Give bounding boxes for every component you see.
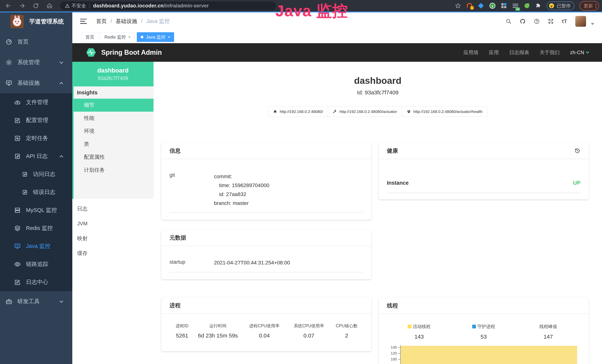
github-icon[interactable] [520, 18, 526, 24]
process-uptime: 6d 23h 15m 59s [195, 332, 241, 339]
browser-home-button[interactable] [46, 3, 53, 9]
layers-icon [14, 225, 21, 232]
active-dot [141, 36, 143, 38]
breadcrumb-infra[interactable]: 基础设施 [116, 18, 137, 25]
update-label: 更新 [584, 3, 593, 9]
sba-item-configprops[interactable]: 配置属性 [74, 150, 153, 163]
metadata-card-title: 元数据 [170, 234, 186, 242]
edit-icon [14, 117, 21, 124]
sidebar-item-file[interactable]: 文件管理 [0, 93, 72, 111]
avatar-caret-icon[interactable] [591, 23, 594, 25]
system-cpu: 0.07 [288, 332, 330, 339]
sidebar-item-infra[interactable]: 基础设施 [0, 73, 72, 93]
address-bar[interactable]: 不安全 dashboard.yudao.iocoder.cn/infra/adm… [60, 1, 276, 10]
sidebar-item-home[interactable]: 首页 [0, 32, 72, 52]
info-card-title: 信息 [170, 147, 181, 155]
metadata-card: 元数据 startup 2021-04-27T00:44:31.254+08:0… [161, 230, 371, 279]
extension-icon-orange[interactable]: 1 [466, 3, 473, 9]
browser-reload-button[interactable] [33, 3, 39, 9]
tab-home[interactable]: 首页 [82, 32, 98, 42]
health-instance-row[interactable]: Instance UP [387, 180, 581, 193]
cpu-cores: 2 [330, 332, 363, 339]
security-label[interactable]: 不安全 [72, 3, 86, 9]
close-icon[interactable]: × [128, 34, 131, 40]
process-pid: 5261 [170, 332, 195, 339]
breadcrumb-home[interactable]: 首页 [96, 18, 107, 25]
sba-nav-journal[interactable]: 日志报表 [509, 49, 529, 56]
page-subtitle: Id: 93a3fc7f7409 [153, 89, 602, 96]
sba-app-header[interactable]: dashboard 93a3fc7f7409 [72, 62, 153, 86]
status-badge: UP [573, 180, 580, 186]
app-logo-row[interactable]: 芋道管理系统 [0, 11, 72, 32]
threads-values: 143 53 147 [387, 330, 581, 340]
sidebar-item-devtools[interactable]: 研发工具 [0, 291, 72, 312]
annotation-text: Java 监控 [275, 0, 348, 21]
extension-icon-list[interactable]: on [512, 3, 519, 9]
sba-app-id: 93a3fc7f7409 [98, 75, 128, 81]
sba-lang-select[interactable]: zh-CN [570, 50, 589, 55]
sba-nav-applications[interactable]: 应用 [489, 49, 499, 56]
sidebar-item-error-log[interactable]: 错误日志 [0, 183, 72, 201]
sidebar-item-job[interactable]: 定时任务 [0, 129, 72, 147]
avatar[interactable] [575, 16, 586, 27]
sba-brand[interactable]: Spring Boot Admin [101, 49, 162, 56]
help-icon[interactable] [534, 18, 540, 24]
sidebar-item-mysql[interactable]: MySQL 监控 [0, 201, 72, 219]
kebab-menu-icon[interactable] [595, 4, 596, 8]
threads-daemon: 53 [452, 334, 516, 340]
heartbeat-icon [407, 110, 411, 114]
sba-nav-about[interactable]: 关于我们 [539, 49, 559, 56]
metadata-startup-row: startup 2021-04-27T00:44:31.254+08:00 [170, 259, 363, 272]
sba-item-scheduled-tasks[interactable]: 计划任务 [74, 163, 153, 177]
sba-item-caches[interactable]: 缓存 [72, 246, 153, 261]
browser-back-button[interactable] [5, 3, 11, 9]
sba-item-classes[interactable]: 类 [74, 138, 153, 150]
extension-icon-pin[interactable] [478, 3, 484, 9]
tab-java[interactable]: Java 监控× [137, 32, 174, 42]
process-cpu: 0.04 [241, 332, 288, 339]
process-values: 5261 6d 23h 15m 59s 0.04 0.07 2 [170, 329, 363, 339]
link-actuator-button[interactable]: http://192.168.0.2:48080/actuator [328, 106, 402, 117]
bookmark-star-icon[interactable] [455, 3, 461, 9]
sidebar-item-redis[interactable]: Redis 监控 [0, 219, 72, 237]
log-doc-icon [14, 153, 21, 160]
process-card-title: 进程 [170, 302, 181, 309]
extension-icon-leaf[interactable] [524, 3, 530, 9]
update-button[interactable]: 更新 [580, 1, 599, 11]
extension-icon-grid[interactable] [501, 3, 507, 9]
sba-logo-icon[interactable] [86, 47, 97, 58]
url-host: dashboard.yudao.iocoder.cn [93, 3, 164, 9]
sidebar-item-log-center[interactable]: 日志中心 [0, 273, 72, 291]
sba-item-metrics[interactable]: 性能 [74, 112, 153, 125]
sba-item-details[interactable]: 细节 [72, 99, 153, 112]
font-size-icon[interactable]: tT [562, 18, 567, 24]
sidebar-item-java[interactable]: Java 监控 [0, 237, 72, 255]
extension-badge-count: 1 [470, 6, 474, 10]
sba-item-loggers[interactable]: 日志 [72, 201, 153, 216]
browser-forward-button[interactable] [19, 3, 25, 9]
tab-redis[interactable]: Redis 监控× [100, 32, 135, 42]
sba-item-jvm[interactable]: JVM [72, 216, 153, 231]
sidebar-item-config[interactable]: 配置管理 [0, 111, 72, 129]
sidebar-item-api-log[interactable]: API 日志 [0, 147, 72, 165]
hamburger-button[interactable] [80, 19, 87, 24]
sba-item-mappings[interactable]: 映射 [72, 231, 153, 246]
sba-nav-wallboard[interactable]: 应用墙 [463, 49, 478, 56]
sidebar-item-system[interactable]: 系统管理 [0, 52, 72, 73]
log-doc-icon [22, 189, 28, 195]
fullscreen-icon[interactable] [548, 18, 554, 24]
history-icon[interactable] [574, 148, 580, 154]
threads-card: 线程 活动线程 守护进程 线程峰值 143 [379, 298, 589, 364]
close-icon[interactable]: × [168, 34, 170, 40]
cloud-upload-icon [14, 99, 21, 106]
link-home-button[interactable]: http://192.168.0.2:48080/ [268, 106, 328, 117]
extension-icon-green-circle[interactable]: y [489, 3, 495, 9]
sba-item-environment[interactable]: 环境 [74, 125, 153, 138]
sidebar-item-tracing[interactable]: 链路追踪 [0, 255, 72, 273]
link-health-button[interactable]: http://192.168.0.2:48080/actuator/health [402, 106, 487, 117]
extensions-puzzle-icon[interactable] [535, 3, 542, 9]
chevron-down-icon [60, 299, 63, 303]
search-icon[interactable] [505, 18, 512, 24]
paused-badge[interactable]: 已暂停 [547, 1, 574, 10]
sidebar-item-access-log[interactable]: 访问日志 [0, 165, 72, 183]
